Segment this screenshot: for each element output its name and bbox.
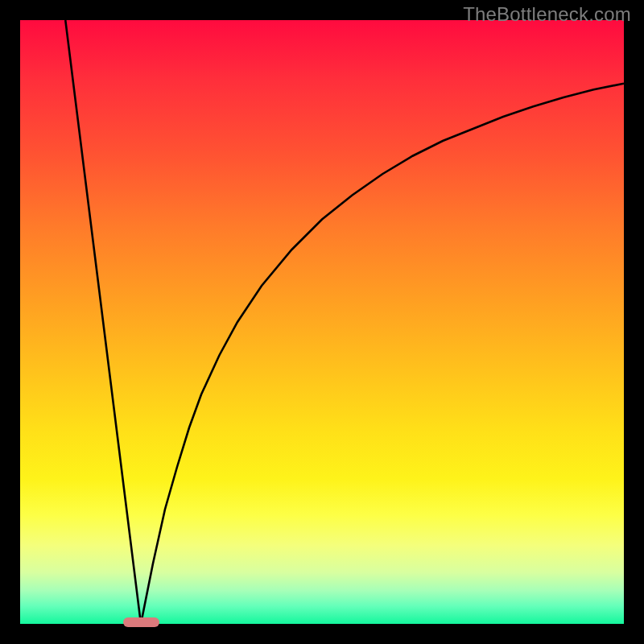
chart-frame: TheBottleneck.com <box>0 0 644 644</box>
watermark-text: TheBottleneck.com <box>463 3 631 26</box>
left-descent-line <box>65 20 141 624</box>
plot-area <box>20 20 624 624</box>
right-curve-line <box>141 84 624 624</box>
bottleneck-marker <box>123 617 159 627</box>
curve-layer <box>20 20 624 624</box>
